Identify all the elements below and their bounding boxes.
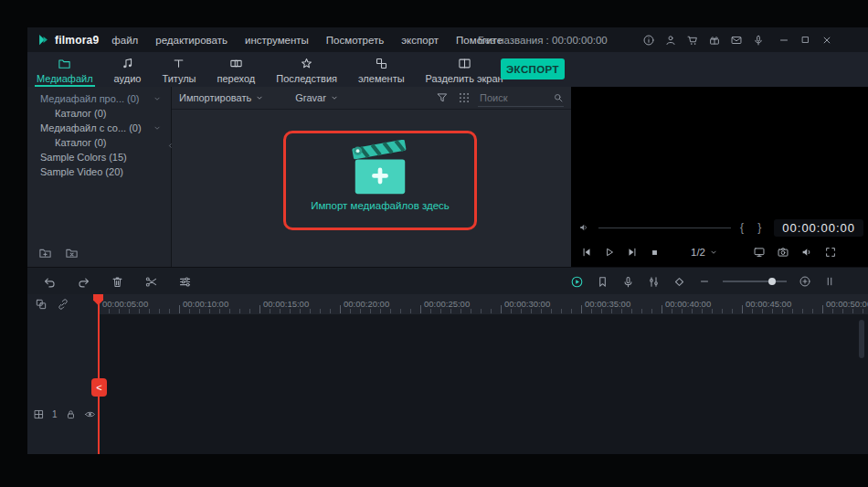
info-icon[interactable]	[642, 34, 655, 47]
ruler-label: 00:00:15:00	[263, 299, 309, 309]
search-input[interactable]	[478, 91, 551, 104]
zoom-out-icon[interactable]	[698, 275, 711, 288]
tab-effects[interactable]: Последствия	[270, 52, 343, 87]
ruler-label: 00:00:10:00	[183, 299, 228, 309]
tab-transition[interactable]: переход	[212, 52, 261, 87]
playback-quality-dropdown[interactable]: 1/2	[691, 247, 718, 258]
filter-icon[interactable]	[436, 91, 449, 104]
lock-track-icon[interactable]	[65, 408, 77, 420]
search-icon[interactable]	[553, 92, 564, 103]
previous-frame-button[interactable]	[580, 246, 593, 259]
delete-icon[interactable]	[111, 275, 124, 289]
delete-folder-icon[interactable]	[65, 246, 79, 259]
fullscreen-icon[interactable]	[824, 246, 837, 259]
mark-in-out-buttons[interactable]: { }	[740, 221, 767, 234]
stop-button[interactable]	[649, 247, 661, 259]
zoom-slider-handle[interactable]	[768, 278, 776, 285]
import-dropdown[interactable]: Импортировать	[179, 92, 264, 103]
panel-collapse-handle[interactable]	[166, 142, 175, 150]
fit-timeline-icon[interactable]	[823, 275, 836, 288]
toggle-track-visibility-icon[interactable]	[84, 408, 96, 420]
gift-icon[interactable]	[708, 34, 721, 47]
library-footer	[38, 246, 79, 259]
render-preview-icon[interactable]	[570, 275, 584, 289]
manage-tracks-icon[interactable]	[35, 298, 48, 311]
document-title: Без названия : 00:00:00:00	[478, 27, 608, 52]
menu-edit[interactable]: редактировать	[155, 35, 228, 46]
library-item-project-media[interactable]: Медиафайл про... (0)	[27, 91, 171, 106]
library-item-catalog-2[interactable]: Каталог (0)	[27, 135, 171, 150]
keyframe-icon[interactable]	[672, 275, 686, 289]
microphone-icon[interactable]	[752, 34, 765, 47]
play-button[interactable]	[603, 246, 616, 259]
ruler-label: 00:00:05:00	[102, 299, 148, 309]
chevron-down-icon[interactable]	[153, 94, 162, 103]
mute-speaker-icon[interactable]	[800, 246, 813, 259]
track-number: 1	[52, 409, 58, 419]
filmora-app-window: filmora9 файл редактировать инструменты …	[0, 0, 868, 487]
split-scissors-icon[interactable]	[144, 275, 158, 289]
link-clips-icon[interactable]	[57, 298, 69, 311]
export-button[interactable]: ЭКСПОРТ	[501, 58, 565, 79]
seek-bar[interactable]	[598, 228, 731, 228]
cart-icon[interactable]	[686, 34, 699, 47]
minimize-button[interactable]	[778, 34, 790, 47]
track-scroll-tag[interactable]: <	[91, 378, 107, 397]
tab-audio[interactable]: аудио	[109, 52, 147, 87]
display-settings-icon[interactable]	[753, 246, 766, 259]
audio-mixer-icon[interactable]	[647, 275, 661, 289]
tab-elements[interactable]: элементы	[353, 52, 410, 87]
timeline-scrollbar[interactable]	[859, 320, 864, 358]
preview-seek-row: { } 00:00:00:00	[571, 217, 868, 238]
import-media-dropzone[interactable]: Импорт медиафайлов здесь	[311, 140, 450, 211]
folder-icon	[58, 57, 71, 70]
next-frame-button[interactable]	[626, 246, 639, 259]
timeline-tracks-area[interactable]	[27, 314, 868, 454]
library-item-catalog-1[interactable]: Каталог (0)	[27, 106, 171, 121]
track-header-top	[27, 294, 99, 311]
zoom-in-icon[interactable]	[799, 275, 811, 288]
tab-titles[interactable]: Титулы	[156, 52, 201, 87]
track-size-icon[interactable]	[33, 408, 45, 420]
library-item-label: Каталог (0)	[55, 108, 107, 119]
record-dropdown-label: Gravar	[295, 92, 326, 103]
preview-audio-icon[interactable]	[578, 222, 589, 233]
ruler-label: 00:00:25:00	[424, 299, 470, 309]
split-screen-icon	[458, 57, 471, 70]
menu-file[interactable]: файл	[111, 35, 138, 46]
tab-split-screen[interactable]: Разделить экран	[420, 52, 509, 87]
menubar: filmora9 файл редактировать инструменты …	[27, 27, 868, 53]
library-item-sample-video[interactable]: Sample Video (20)	[27, 164, 171, 179]
new-folder-icon[interactable]	[38, 246, 52, 259]
menu-export[interactable]: экспорт	[401, 35, 439, 46]
record-dropdown[interactable]: Gravar	[295, 92, 339, 103]
adjust-icon[interactable]	[178, 275, 192, 289]
preview-right-controls	[753, 240, 837, 264]
menu-view[interactable]: Посмотреть	[326, 35, 384, 46]
tab-effects-label: Последствия	[276, 73, 337, 84]
marker-icon[interactable]	[596, 275, 609, 289]
annotation-highlight: Импорт медиафайлов здесь	[283, 131, 477, 230]
preview-panel: { } 00:00:00:00 1/2	[571, 87, 868, 267]
tab-audio-label: аудио	[114, 73, 142, 84]
account-icon[interactable]	[664, 34, 677, 47]
app-body: filmora9 файл редактировать инструменты …	[27, 27, 868, 454]
snapshot-camera-icon[interactable]	[777, 246, 789, 259]
close-button[interactable]	[820, 34, 833, 47]
view-grid-icon[interactable]	[458, 91, 471, 104]
timeline-ruler[interactable]: 00:00:05:00 00:00:10:00 00:00:15:00 00:0…	[27, 294, 868, 315]
music-note-icon	[121, 57, 134, 70]
chevron-down-icon[interactable]	[153, 123, 162, 132]
redo-icon[interactable]	[77, 275, 90, 289]
voiceover-mic-icon[interactable]	[621, 275, 635, 289]
zoom-slider[interactable]	[723, 281, 787, 282]
undo-icon[interactable]	[43, 275, 57, 289]
menu-tools[interactable]: инструменты	[245, 35, 309, 46]
tab-media[interactable]: Медиафайл	[31, 52, 99, 87]
playhead[interactable]	[98, 294, 100, 454]
mail-icon[interactable]	[730, 34, 743, 47]
maximize-button[interactable]	[799, 34, 811, 46]
library-item-sample-colors[interactable]: Sample Colors (15)	[27, 150, 171, 164]
filmora-logo-icon	[37, 33, 50, 47]
library-item-shared-media[interactable]: Медиафайл с со... (0)	[27, 121, 171, 135]
